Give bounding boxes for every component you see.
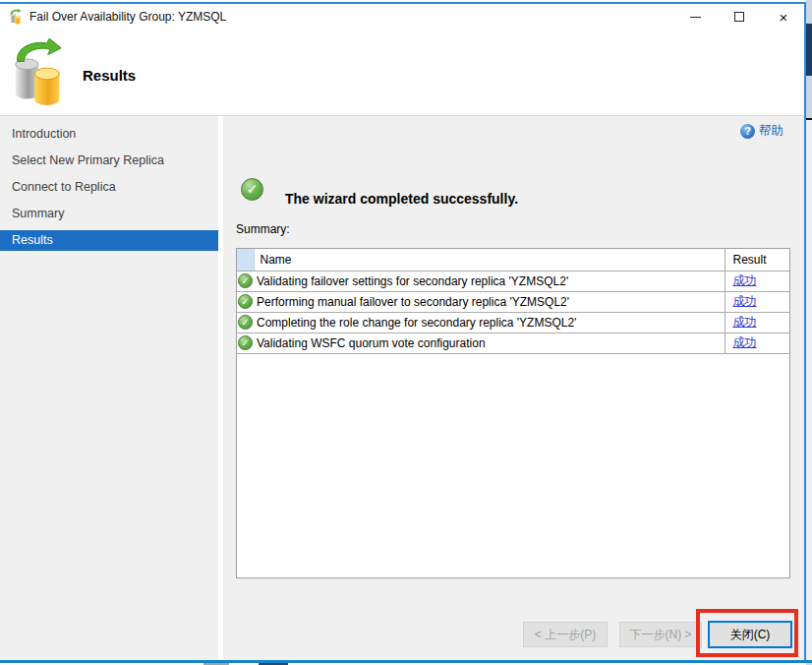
table-row[interactable]: ✓Validating failover settings for second… (237, 271, 789, 291)
page-title: Results (83, 67, 136, 84)
background-window-strip (806, 0, 812, 665)
result-link[interactable]: 成功 (733, 273, 757, 287)
taskbar-top-edge (0, 660, 812, 663)
success-icon: ✓ (241, 178, 263, 201)
help-icon: ? (740, 124, 755, 139)
row-name: Validating failover settings for seconda… (254, 271, 725, 291)
wizard-header: Results (0, 30, 804, 116)
sidebar-item-select-new-primary-replica[interactable]: Select New Primary Replica (0, 151, 218, 171)
maximize-button[interactable] (725, 4, 754, 30)
background-navy-block (806, 24, 812, 76)
result-column-header[interactable]: Result (725, 249, 789, 271)
sidebar-nav: IntroductionSelect New Primary ReplicaCo… (0, 116, 218, 660)
help-link[interactable]: ? 帮助 (740, 123, 783, 140)
minimize-icon (690, 17, 701, 18)
icon-column-header (237, 249, 254, 271)
table-header-row: Name Result (237, 249, 789, 271)
failover-database-icon (10, 37, 69, 112)
success-icon: ✓ (238, 335, 253, 350)
completion-message: The wizard completed successfully. (285, 191, 518, 207)
table-row[interactable]: ✓Validating WSFC quorum vote configurati… (237, 332, 789, 353)
table-body: ✓Validating failover settings for second… (237, 271, 789, 353)
help-label: 帮助 (759, 123, 783, 140)
row-result-cell: 成功 (725, 332, 789, 353)
previous-button[interactable]: < 上一步(P) (523, 622, 608, 647)
table-row[interactable]: ✓Completing the role change for secondar… (237, 312, 789, 332)
row-icon-cell: ✓ (237, 312, 254, 332)
result-link[interactable]: 成功 (733, 335, 757, 349)
window-title: Fail Over Availability Group: YZMSQL (29, 4, 226, 30)
annotation-highlight-rectangle (696, 609, 798, 657)
sidebar-item-results[interactable]: Results (0, 230, 218, 251)
row-icon-cell: ✓ (237, 332, 254, 353)
row-name: Completing the role change for secondary… (254, 312, 725, 332)
table-row[interactable]: ✓Performing manual failover to secondary… (237, 291, 789, 312)
minimize-button[interactable] (680, 4, 710, 30)
sidebar-item-connect-to-replica[interactable]: Connect to Replica (0, 177, 218, 198)
close-window-button[interactable]: × (769, 4, 798, 30)
row-result-cell: 成功 (725, 312, 789, 332)
row-icon-cell: ✓ (237, 291, 254, 312)
row-icon-cell: ✓ (237, 271, 254, 291)
maximize-icon (734, 12, 744, 22)
main-content: ? 帮助 ✓ The wizard completed successfully… (223, 116, 804, 660)
result-link[interactable]: 成功 (733, 294, 757, 308)
row-result-cell: 成功 (725, 291, 789, 312)
success-icon: ✓ (238, 294, 253, 309)
row-name: Performing manual failover to secondary … (254, 291, 725, 312)
next-button[interactable]: 下一步(N) > (619, 622, 702, 647)
title-bar: Fail Over Availability Group: YZMSQL × (0, 4, 804, 30)
row-name: Validating WSFC quorum vote configuratio… (254, 332, 725, 353)
row-result-cell: 成功 (725, 271, 789, 291)
sidebar-item-summary[interactable]: Summary (0, 204, 218, 224)
summary-label: Summary: (236, 222, 290, 236)
sidebar-item-introduction[interactable]: Introduction (0, 124, 218, 145)
result-link[interactable]: 成功 (733, 315, 757, 329)
window-right-border (804, 2, 806, 660)
name-column-header[interactable]: Name (254, 249, 725, 271)
failover-database-icon (8, 9, 24, 29)
success-icon: ✓ (238, 273, 253, 288)
success-icon: ✓ (238, 315, 253, 330)
summary-table: Name Result ✓Validating failover setting… (236, 248, 790, 578)
background-gray-area (806, 120, 812, 660)
